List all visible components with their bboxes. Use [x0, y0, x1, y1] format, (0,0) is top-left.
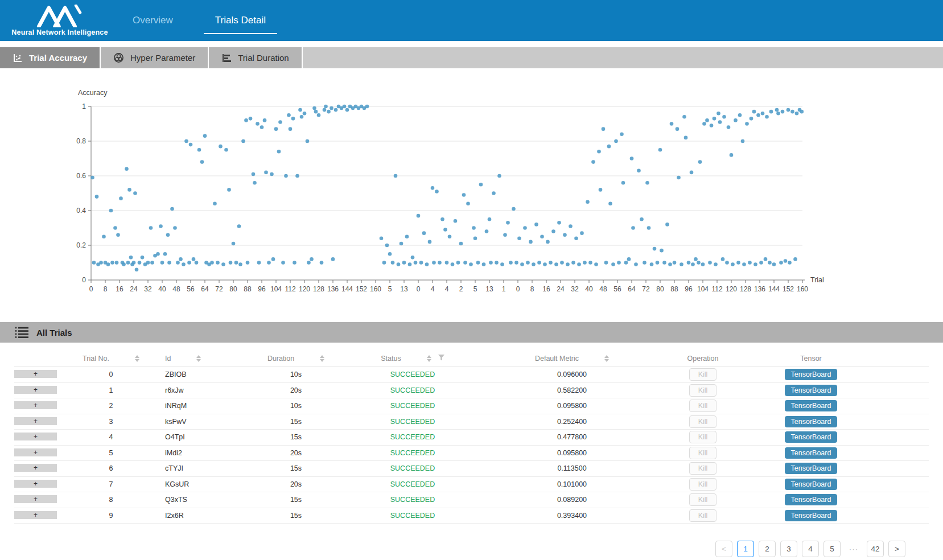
scatter-point[interactable] — [203, 134, 207, 138]
tensorboard-button[interactable]: TensorBoard — [785, 400, 838, 411]
scatter-point[interactable] — [246, 261, 250, 265]
scatter-point[interactable] — [705, 118, 709, 122]
scatter-point[interactable] — [643, 261, 646, 265]
scatter-point[interactable] — [317, 113, 321, 117]
scatter-point[interactable] — [307, 261, 311, 265]
scatter-point[interactable] — [160, 261, 164, 265]
scatter-point[interactable] — [656, 261, 660, 265]
expand-row-button[interactable]: + — [14, 464, 57, 473]
scatter-point[interactable] — [443, 228, 447, 232]
tensorboard-button[interactable]: TensorBoard — [785, 385, 838, 396]
scatter-point[interactable] — [170, 207, 174, 211]
scatter-point[interactable] — [557, 221, 561, 225]
scatter-point[interactable] — [594, 262, 598, 266]
scatter-point[interactable] — [776, 112, 780, 116]
scatter-point[interactable] — [788, 261, 792, 265]
scatter-point[interactable] — [289, 127, 293, 131]
scatter-point[interactable] — [765, 115, 769, 119]
scatter-point[interactable] — [514, 261, 518, 265]
scatter-point[interactable] — [115, 261, 119, 265]
scatter-point[interactable] — [645, 181, 649, 185]
scatter-point[interactable] — [497, 174, 501, 178]
scatter-point[interactable] — [591, 160, 595, 164]
scatter-point[interactable] — [472, 226, 476, 230]
expand-row-button[interactable]: + — [14, 433, 57, 442]
scatter-point[interactable] — [647, 226, 651, 230]
kill-button[interactable]: Kill — [689, 415, 717, 428]
scatter-point[interactable] — [608, 202, 612, 206]
tab-overview[interactable]: Overview — [128, 11, 178, 30]
scatter-point[interactable] — [274, 127, 278, 131]
scatter-point[interactable] — [138, 261, 142, 265]
filter-icon[interactable] — [438, 355, 444, 363]
scatter-point[interactable] — [492, 191, 496, 195]
scatter-point[interactable] — [284, 174, 288, 178]
scatter-point[interactable] — [534, 223, 538, 227]
scatter-point[interactable] — [345, 108, 349, 112]
scatter-point[interactable] — [278, 120, 282, 124]
scatter-point[interactable] — [385, 244, 389, 248]
scatter-point[interactable] — [195, 261, 199, 265]
scatter-point[interactable] — [722, 115, 726, 119]
tab-trial-accuracy[interactable]: Trial Accuracy — [0, 47, 101, 68]
tensorboard-button[interactable]: TensorBoard — [785, 494, 838, 505]
scatter-point[interactable] — [691, 262, 695, 266]
scatter-point[interactable] — [95, 195, 99, 199]
page-button-5[interactable]: 5 — [823, 541, 841, 557]
scatter-point[interactable] — [189, 143, 193, 147]
scatter-point[interactable] — [192, 257, 196, 261]
scatter-point[interactable] — [238, 262, 242, 266]
scatter-point[interactable] — [662, 261, 666, 265]
scatter-point[interactable] — [540, 234, 544, 238]
scatter-point[interactable] — [277, 150, 281, 154]
scatter-point[interactable] — [790, 110, 794, 114]
scatter-point[interactable] — [200, 160, 204, 164]
tensorboard-button[interactable]: TensorBoard — [785, 447, 838, 459]
scatter-point[interactable] — [786, 108, 790, 112]
page-button-2[interactable]: 2 — [759, 541, 776, 557]
scatter-point[interactable] — [135, 267, 139, 271]
scatter-point[interactable] — [113, 226, 117, 230]
scatter-point[interactable] — [488, 217, 492, 221]
scatter-point[interactable] — [537, 261, 541, 265]
scatter-point[interactable] — [682, 115, 686, 119]
tab-trials-detail[interactable]: Trials Detail — [211, 11, 270, 30]
scatter-point[interactable] — [730, 153, 734, 157]
scatter-point[interactable] — [650, 262, 654, 266]
scatter-point[interactable] — [473, 237, 477, 241]
scatter-point[interactable] — [697, 261, 701, 265]
scatter-point[interactable] — [125, 167, 129, 171]
scatter-point[interactable] — [690, 171, 694, 175]
scatter-point[interactable] — [742, 262, 746, 266]
scatter-point[interactable] — [432, 261, 436, 265]
scatter-point[interactable] — [753, 262, 757, 266]
page-button-3[interactable]: 3 — [780, 541, 797, 557]
scatter-point[interactable] — [748, 261, 752, 265]
scatter-point[interactable] — [479, 183, 483, 187]
scatter-point[interactable] — [270, 172, 274, 176]
scatter-point[interactable] — [187, 261, 191, 265]
scatter-point[interactable] — [523, 226, 527, 230]
scatter-point[interactable] — [448, 234, 452, 238]
scatter-point[interactable] — [512, 207, 516, 211]
scatter-point[interactable] — [736, 261, 740, 265]
page-button-42[interactable]: 42 — [867, 541, 884, 557]
scatter-point[interactable] — [397, 262, 401, 266]
scatter-point[interactable] — [604, 261, 608, 265]
scatter-point[interactable] — [241, 139, 245, 143]
kill-button[interactable]: Kill — [689, 368, 717, 381]
scatter-point[interactable] — [184, 139, 188, 143]
scatter-point[interactable] — [602, 127, 606, 131]
scatter-point[interactable] — [156, 252, 160, 256]
scatter-point[interactable] — [588, 261, 592, 265]
scatter-point[interactable] — [454, 219, 458, 223]
scatter-point[interactable] — [738, 113, 742, 117]
scatter-point[interactable] — [456, 261, 460, 265]
scatter-point[interactable] — [303, 112, 307, 116]
scatter-point[interactable] — [734, 118, 738, 122]
scatter-point[interactable] — [150, 261, 154, 265]
scatter-point[interactable] — [529, 240, 533, 244]
scatter-point[interactable] — [159, 224, 163, 228]
kill-button[interactable]: Kill — [689, 384, 717, 397]
scatter-point[interactable] — [281, 261, 285, 265]
